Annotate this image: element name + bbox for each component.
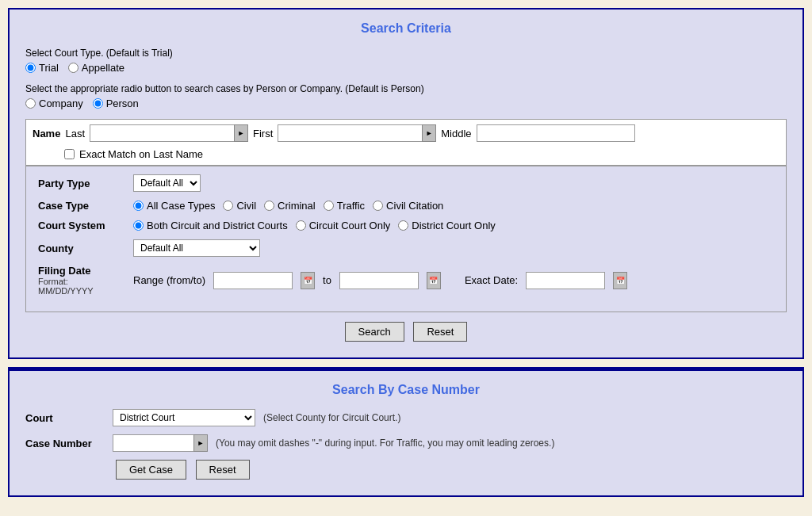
all-case-types-option[interactable]: All Case Types [133,200,215,212]
court-system-label: Court System [38,220,125,231]
case-number-title: Search By Case Number [25,383,787,397]
name-fields-row: Name Last ► First ► Middle [33,124,779,142]
court-select[interactable]: District Court Circuit Court Orphans Cou… [113,409,255,426]
traffic-option[interactable]: Traffic [324,200,365,212]
exact-match-checkbox[interactable] [64,149,75,159]
county-label: County [38,243,125,254]
court-type-group: Select Court Type. (Default is Trial) Tr… [25,48,787,74]
action-buttons: Search Reset [25,322,787,342]
company-label: Company [39,97,83,109]
first-name-input[interactable] [278,124,436,142]
person-label: Person [106,97,139,109]
first-label: First [253,128,273,140]
date-to-input[interactable] [339,272,419,289]
trial-option[interactable]: Trial [25,62,59,74]
court-type-label: Select Court Type. (Default is Trial) [25,48,787,59]
person-radio[interactable] [93,98,103,109]
civil-radio[interactable] [223,201,233,211]
both-courts-option[interactable]: Both Circuit and District Courts [133,220,288,231]
civil-citation-option[interactable]: Civil Citation [373,200,443,212]
appellate-radio[interactable] [68,63,79,73]
last-name-input[interactable] [90,124,248,142]
both-courts-radio[interactable] [133,220,144,231]
middle-label: Middle [441,128,471,140]
all-case-types-radio[interactable] [133,201,144,211]
both-courts-label: Both Circuit and District Courts [147,220,288,231]
case-action-buttons: Get Case Reset [113,460,787,480]
district-only-radio[interactable] [398,220,408,231]
exact-date-label: Exact Date: [465,274,518,286]
party-type-row: Party Type Default All [38,174,774,192]
case-number-row: Case Number ► (You may omit dashes "-" d… [25,434,787,452]
civil-citation-label: Civil Citation [386,200,443,212]
court-row: Court District Court Circuit Court Orpha… [25,409,787,426]
case-type-content: All Case Types Civil Criminal Traffic [133,200,443,212]
search-criteria-title: Search Criteria [25,21,787,36]
party-type-label: Party Type [38,178,125,189]
traffic-label: Traffic [337,200,365,212]
company-radio[interactable] [25,98,36,109]
name-label: Name [33,128,60,140]
district-only-label: District Court Only [412,220,495,231]
case-number-input-wrapper: ► [113,434,208,452]
civil-label: Civil [236,200,256,212]
court-hint: (Select County for Circuit Court.) [263,412,400,423]
court-label: Court [25,412,105,424]
filing-date-left: Filing Date Format: MM/DD/YYYY [38,265,125,296]
case-type-label: Case Type [38,200,125,212]
trial-label: Trial [39,62,59,74]
traffic-radio[interactable] [324,201,334,211]
exact-date-cal-button[interactable]: 📅 [613,272,627,289]
last-label: Last [65,128,85,140]
first-name-wrapper: ► [278,124,436,142]
date-from-cal-button[interactable]: 📅 [301,272,315,289]
criminal-option[interactable]: Criminal [264,200,316,212]
county-select[interactable]: Default All [133,239,260,257]
appellate-option[interactable]: Appellate [68,62,124,74]
filing-date-label: Filing Date [38,265,125,277]
circuit-only-radio[interactable] [296,220,306,231]
middle-name-input[interactable] [477,124,635,142]
search-button[interactable]: Search [345,322,404,342]
party-type-select[interactable]: Default All [133,174,201,192]
circuit-only-label: Circuit Court Only [309,220,391,231]
county-row: County Default All [38,239,774,257]
circuit-only-option[interactable]: Circuit Court Only [296,220,391,231]
range-label: Range (from/to) [133,274,205,286]
criteria-box: Party Type Default All Case Type All Cas… [25,166,787,312]
all-case-types-label: All Case Types [147,200,215,212]
last-name-btn[interactable]: ► [234,124,248,142]
to-label: to [323,274,331,286]
date-from-input[interactable] [213,272,293,289]
last-name-wrapper: ► [90,124,248,142]
filing-date-format: Format: MM/DD/YYYY [38,277,125,296]
case-type-row: Case Type All Case Types Civil Criminal [38,200,774,212]
case-reset-button[interactable]: Reset [196,460,250,480]
case-number-hint: (You may omit dashes "-" during input. F… [216,438,554,449]
case-number-section: Search By Case Number Court District Cou… [8,369,804,497]
search-criteria-section: Search Criteria Select Court Type. (Defa… [8,8,804,359]
county-content: Default All [133,239,260,257]
district-only-option[interactable]: District Court Only [398,220,495,231]
criminal-radio[interactable] [264,201,274,211]
case-number-label: Case Number [25,438,105,449]
court-type-radio-row: Trial Appellate [25,62,787,74]
party-type-content: Default All [133,174,201,192]
case-number-btn[interactable]: ► [193,434,208,452]
court-system-content: Both Circuit and District Courts Circuit… [133,220,496,231]
appellate-label: Appellate [82,62,124,74]
person-company-group: Select the appropriate radio button to s… [25,83,787,109]
civil-citation-radio[interactable] [373,201,383,211]
civil-option[interactable]: Civil [223,200,256,212]
trial-radio[interactable] [25,63,36,73]
exact-date-input[interactable] [526,272,605,289]
date-to-cal-button[interactable]: 📅 [427,272,441,289]
criminal-label: Criminal [278,200,316,212]
filing-date-content: Range (from/to) 📅 to 📅 Exact Date: 📅 [133,272,627,289]
first-name-btn[interactable]: ► [422,124,436,142]
reset-button[interactable]: Reset [413,322,467,342]
company-option[interactable]: Company [25,97,83,109]
person-option[interactable]: Person [93,97,139,109]
get-case-button[interactable]: Get Case [116,460,186,480]
exact-match-row: Exact Match on Last Name [64,148,779,160]
